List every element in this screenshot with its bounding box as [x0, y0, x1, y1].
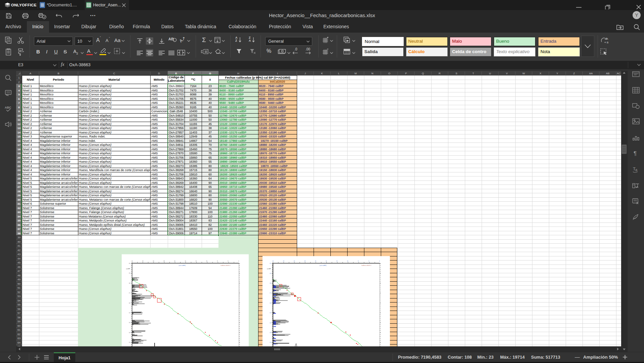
svg-text:19910 -19550 calBP: 19910 -19550 calBP [259, 160, 286, 163]
svg-text:8400 - 8160 calBP: 8400 - 8160 calBP [259, 89, 284, 92]
svg-text:Nivel 5: Nivel 5 [23, 198, 32, 201]
svg-text:14867: 14867 [189, 139, 197, 143]
svg-text:Z: Z [573, 72, 575, 75]
svg-text:75: 75 [208, 152, 212, 155]
svg-text:AC: AC [617, 72, 620, 75]
svg-text:16: 16 [17, 139, 21, 143]
svg-text:22: 22 [17, 165, 21, 168]
svg-text:52: 52 [17, 291, 21, 294]
svg-text:J: J [305, 72, 306, 75]
svg-text:M: M [355, 72, 357, 75]
svg-text:80: 80 [208, 194, 212, 197]
svg-text:22: 22 [283, 260, 284, 262]
svg-text:15650 -15250 calBP: 15650 -15250 calBP [219, 135, 246, 138]
svg-text:Magdaleniense arcaico/inferior: Magdaleniense arcaico/inferior [40, 185, 81, 189]
svg-text:23940 -23380 calBP: 23940 -23380 calBP [219, 232, 246, 235]
svg-text:19310 -18950 calBP: 19310 -18950 calBP [259, 156, 286, 159]
svg-text:40: 40 [208, 101, 212, 105]
svg-text:16360: 16360 [189, 177, 197, 180]
svg-text:20010 -19650 calBP: 20010 -19650 calBP [219, 181, 246, 185]
svg-text:8575: 8575 [190, 97, 196, 100]
svg-text:18: 18 [163, 260, 165, 262]
svg-text:22650 -22290 calBP: 22650 -22290 calBP [259, 227, 286, 231]
svg-text:OxA-31800: OxA-31800 [169, 198, 184, 201]
svg-text:19120 -18800 calBP: 19120 -18800 calBP [219, 168, 246, 172]
svg-text:T: T [473, 72, 474, 75]
svg-text:Solutrense: Solutrense [40, 232, 54, 235]
svg-text:64: 64 [208, 177, 212, 180]
svg-text:[cal calBP]: [cal calBP] [320, 265, 326, 266]
svg-text:8088: 8088 [190, 93, 196, 96]
svg-text:24: 24 [272, 260, 274, 262]
svg-text:a: a [635, 168, 638, 172]
svg-text:Magdaleniense arcaico/inferior: Magdaleniense arcaico/inferior [40, 198, 81, 201]
svg-text:11: 11 [17, 118, 21, 121]
svg-text:18270 -18150 calBP: 18270 -18150 calBP [259, 139, 288, 143]
svg-text:10440 -10200 calBP: 10440 -10200 calBP [219, 106, 246, 109]
svg-text:12: 12 [129, 342, 130, 343]
svg-text:22450 -22050 calBP: 22450 -22050 calBP [219, 215, 246, 218]
svg-text:16408: 16408 [189, 185, 197, 189]
svg-text:Hueso (Cervus elaphus): Hueso (Cervus elaphus) [79, 118, 112, 121]
svg-text:12949: 12949 [189, 135, 197, 138]
svg-text:±: ± [209, 78, 211, 81]
svg-text:Nivel 2: Nivel 2 [23, 122, 32, 126]
svg-text:OxA-27856: OxA-27856 [169, 126, 184, 130]
svg-text:Hueso Metatarso (Cervus elaphu: Hueso Metatarso (Cervus elaphus) [79, 215, 126, 218]
svg-text:Solutrense: Solutrense [40, 219, 54, 222]
svg-text:18970 -18770 calBP: 18970 -18770 calBP [259, 152, 286, 155]
svg-text:R: R [439, 72, 441, 75]
svg-text:Hueso, Metatarso con marcas de: Hueso, Metatarso con marcas de corte (Ce… [79, 198, 155, 201]
svg-text:Mesolítico: Mesolítico [40, 97, 54, 100]
svg-text:15: 15 [129, 312, 130, 314]
svg-text:4: 4 [238, 260, 239, 262]
svg-text:50: 50 [208, 118, 212, 121]
svg-text:59: 59 [17, 320, 21, 323]
svg-text:Nivel 5: Nivel 5 [23, 185, 32, 189]
svg-text:8020 - 7940 calBP: 8020 - 7940 calBP [219, 84, 244, 88]
svg-text:11000: 11000 [189, 118, 197, 121]
svg-text:11190: 11190 [189, 126, 197, 130]
svg-text:53: 53 [17, 295, 21, 298]
svg-text:Nivel 7: Nivel 7 [23, 210, 32, 214]
svg-text:35: 35 [17, 219, 21, 222]
svg-text:Aziliense: Aziliense [40, 114, 52, 117]
svg-text:Nivel 2: Nivel 2 [23, 114, 32, 117]
svg-text:Hueso (Cervus elaphus): Hueso (Cervus elaphus) [79, 84, 112, 88]
svg-text:90: 90 [208, 181, 212, 185]
svg-text:Nivel 1: Nivel 1 [23, 97, 32, 100]
svg-text:15385: 15385 [189, 164, 197, 168]
svg-text:9560 - 9480 calBP: 9560 - 9480 calBP [219, 101, 244, 105]
svg-text:Hueso (Cervus elaphus): Hueso (Cervus elaphus) [79, 89, 112, 92]
svg-text:40: 40 [208, 97, 212, 100]
svg-text:20520 -20120 calBP: 20520 -20120 calBP [259, 194, 286, 197]
svg-text:6: 6 [228, 260, 228, 262]
svg-text:OxA-31706: OxA-31706 [169, 156, 184, 159]
svg-text:Hueso (Cervus elaphus): Hueso (Cervus elaphus) [79, 164, 112, 168]
svg-text:32: 32 [17, 207, 21, 210]
svg-text:9165: 9165 [190, 106, 196, 109]
svg-text:Aziliense: Aziliense [40, 118, 52, 121]
svg-text:19280 -18960 calBP: 19280 -18960 calBP [219, 156, 246, 159]
svg-text:Mesolítico: Mesolítico [40, 101, 54, 105]
svg-text:60: 60 [208, 173, 212, 176]
svg-text:Magdaleniense arcaico/inferior: Magdaleniense arcaico/inferior [40, 181, 81, 185]
svg-text:AMS: AMS [151, 139, 158, 143]
svg-text:34: 34 [17, 215, 21, 218]
svg-text:11155: 11155 [189, 122, 197, 126]
svg-text:OxA-38943: OxA-38943 [169, 177, 184, 180]
svg-text:22590 -22230 calBP: 22590 -22230 calBP [219, 202, 246, 205]
svg-text:Hueso (Cervus elaphus): Hueso (Cervus elaphus) [79, 202, 112, 205]
svg-text:Hueso (Cervus elaphus): Hueso (Cervus elaphus) [79, 232, 112, 235]
svg-text:Nivel 4: Nivel 4 [23, 173, 32, 176]
svg-text:L: L [338, 72, 340, 75]
svg-text:Hueso, Radio indet.: Hueso, Radio indet. [79, 135, 106, 138]
svg-text:18330: 18330 [189, 215, 197, 218]
svg-text:OxA-31705: OxA-31705 [169, 97, 184, 100]
svg-text:3: 3 [18, 85, 20, 88]
svg-text:22420 -22140 calBP: 22420 -22140 calBP [219, 219, 246, 222]
svg-text:Hueso, Falange (Cervus elaphus: Hueso, Falange (Cervus elaphus) [79, 210, 124, 214]
svg-text:AMS: AMS [151, 202, 158, 205]
svg-text:20: 20 [17, 156, 21, 159]
svg-text:AMS: AMS [151, 148, 158, 151]
